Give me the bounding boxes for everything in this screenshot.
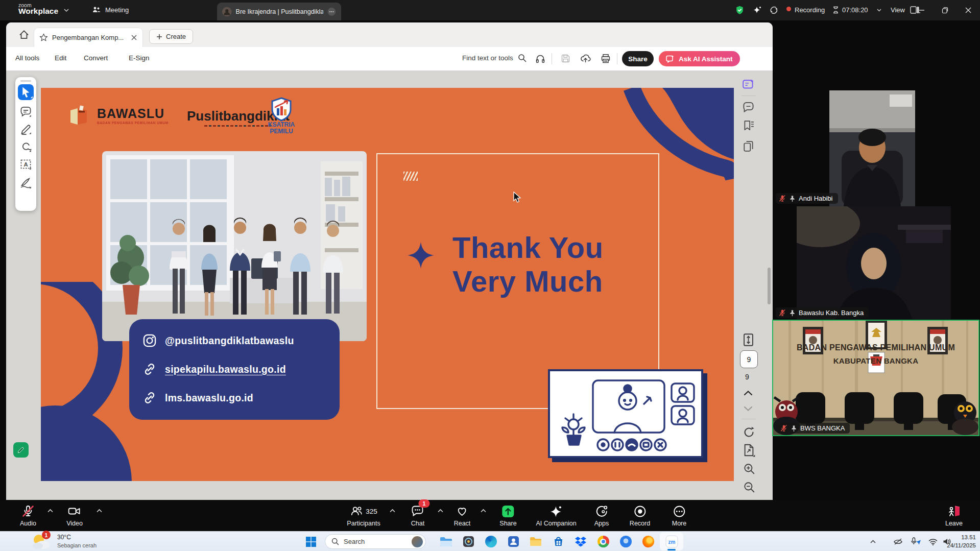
weather-widget-text[interactable]: 30°C Sebagian cerah — [57, 533, 97, 549]
svg-text:zm: zm — [668, 539, 675, 544]
taskbar-search[interactable]: Search — [325, 534, 426, 549]
audio-button[interactable]: Audio — [20, 500, 36, 531]
cloud-upload-icon[interactable] — [580, 53, 591, 64]
view-button[interactable]: View — [891, 6, 905, 14]
share-button[interactable]: Share — [622, 51, 654, 66]
ask-ai-assistant-button[interactable]: Ask AI Assistant — [659, 51, 740, 66]
meeting-doc-tab[interactable]: Bre Ikrajendra | Puslitbangdiklat's — [217, 3, 341, 20]
chat-button[interactable]: 1 Chat — [411, 500, 425, 531]
connection-icon[interactable] — [769, 6, 779, 15]
chat-options-chevron[interactable] — [437, 509, 444, 513]
zoom-out-icon[interactable] — [743, 481, 755, 493]
save-icon[interactable] — [561, 54, 570, 63]
bookmarks-panel-icon[interactable] — [743, 119, 755, 132]
taskbar-app-chromium[interactable] — [615, 532, 636, 551]
leave-button[interactable]: Leave — [945, 500, 963, 531]
participants-button[interactable]: 325 Participants — [347, 500, 380, 531]
previous-page-icon[interactable] — [744, 390, 753, 396]
menu-convert[interactable]: Convert — [84, 54, 108, 62]
select-tool[interactable] — [18, 84, 34, 100]
search-highlight-image[interactable] — [412, 536, 423, 547]
video-tile[interactable]: Bawaslu Kab. Bangka — [773, 206, 980, 321]
tray-wifi-icon[interactable] — [925, 532, 941, 551]
start-button[interactable] — [300, 532, 322, 551]
taskbar-app-zoom-active[interactable]: zm — [660, 532, 683, 550]
chevron-down-icon[interactable] — [63, 8, 69, 12]
print-icon[interactable] — [601, 54, 611, 64]
zoom-in-icon[interactable] — [743, 463, 755, 475]
pages-panel-icon[interactable] — [743, 140, 755, 153]
mic-muted-icon — [21, 505, 35, 518]
taskbar-clock[interactable]: 13.51 24/11/2025 — [947, 533, 976, 549]
more-button[interactable]: More — [672, 500, 686, 531]
security-shield-icon[interactable] — [735, 6, 744, 15]
lasso-tool-icon[interactable] — [19, 140, 32, 153]
ai-chat-icon — [666, 55, 675, 63]
page-number-input[interactable]: 9 — [740, 350, 758, 368]
tab-more-icon[interactable] — [327, 7, 336, 16]
lms-text: lms.bawaslu.go.id — [165, 392, 253, 404]
instagram-handle[interactable]: @puslitbangdiklatbawaslu — [142, 333, 294, 348]
document-tab[interactable]: Pengembangan Komp... — [34, 28, 143, 47]
read-aloud-icon[interactable] — [535, 54, 545, 64]
taskbar-app-folder[interactable] — [525, 532, 546, 551]
meeting-tab[interactable]: Meeting — [92, 5, 129, 14]
comments-panel-icon[interactable] — [742, 101, 755, 114]
ai-assistant-panel-icon[interactable] — [742, 78, 755, 91]
home-icon[interactable] — [18, 29, 30, 40]
video-button[interactable]: Video — [66, 500, 83, 531]
ai-companion-button[interactable]: AI Companion — [536, 500, 576, 531]
ai-sparkle-icon[interactable] — [753, 6, 762, 15]
windows-taskbar: 1 30°C Sebagian cerah Search zm — [0, 531, 980, 551]
participants-options-chevron[interactable] — [389, 509, 396, 513]
rotate-icon[interactable] — [743, 426, 755, 439]
minimize-button[interactable] — [911, 0, 933, 20]
tray-chevron-up[interactable] — [865, 532, 880, 551]
taskbar-app-dropbox[interactable] — [570, 532, 591, 551]
share-label: Share — [628, 55, 648, 63]
share-screen-button[interactable]: Share — [499, 500, 516, 531]
fill-sign-tool-icon[interactable] — [19, 176, 32, 189]
find-tools-search[interactable]: Find text or tools — [462, 54, 527, 62]
menu-edit[interactable]: Edit — [55, 54, 66, 62]
select-text-tool-icon[interactable]: A — [19, 158, 32, 171]
create-button[interactable]: Create — [149, 29, 193, 44]
comment-tool-icon[interactable] — [19, 106, 32, 118]
tray-privacy-icon[interactable] — [890, 532, 906, 551]
page-fit-icon[interactable] — [742, 333, 755, 347]
social-links-box: @puslitbangdiklatbawaslu sipekapilu.bawa… — [129, 319, 340, 420]
next-page-icon[interactable] — [744, 405, 753, 412]
close-tab-icon[interactable] — [131, 34, 137, 41]
react-options-chevron[interactable] — [480, 509, 487, 513]
record-button[interactable]: Record — [630, 500, 650, 531]
audio-options-chevron[interactable] — [47, 509, 54, 513]
video-tile[interactable]: Andi Habibi — [773, 20, 980, 206]
scrollbar-thumb[interactable] — [768, 268, 771, 304]
star-icon[interactable] — [39, 33, 48, 42]
maximize-button[interactable] — [934, 0, 956, 20]
menu-all-tools[interactable]: All tools — [15, 54, 39, 62]
sipekapilu-link[interactable]: sipekapilu.bawaslu.go.id — [142, 362, 286, 376]
timer-chevron-icon[interactable] — [876, 8, 882, 12]
react-button[interactable]: React — [454, 500, 471, 531]
taskbar-app-file-explorer[interactable] — [435, 532, 457, 551]
panel-drag-handle[interactable] — [20, 80, 31, 82]
video-tile-active[interactable]: BADAN PENGAWAS PEMILIHAN UMUM KABUPATEN … — [773, 321, 978, 435]
taskbar-app-edge[interactable] — [480, 532, 501, 551]
weather-widget-icon[interactable]: 1 — [31, 533, 53, 551]
apps-button[interactable]: Apps — [594, 500, 609, 531]
sipekapilu-text: sipekapilu.bawaslu.go.id — [165, 364, 286, 375]
menu-esign[interactable]: E-Sign — [129, 54, 150, 62]
taskbar-app-people[interactable] — [503, 532, 524, 551]
page-view-icon[interactable] — [743, 443, 755, 457]
lms-link[interactable]: lms.bawaslu.go.id — [142, 391, 253, 405]
taskbar-app-photos[interactable] — [458, 532, 479, 551]
draw-tool-icon[interactable] — [19, 123, 32, 136]
close-button[interactable] — [957, 0, 979, 20]
annotation-pen-badge[interactable] — [13, 442, 29, 458]
video-options-chevron[interactable] — [96, 509, 103, 513]
tray-mic-location-icon[interactable] — [907, 532, 924, 551]
taskbar-app-chrome[interactable] — [592, 532, 614, 551]
taskbar-app-store[interactable] — [547, 532, 569, 551]
taskbar-app-firefox[interactable] — [637, 532, 659, 551]
